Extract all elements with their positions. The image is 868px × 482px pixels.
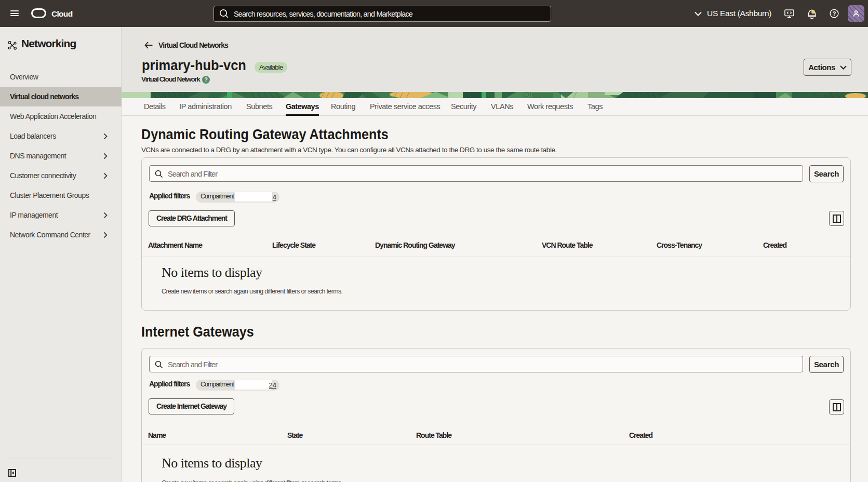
svg-text:?: ?: [833, 10, 836, 17]
